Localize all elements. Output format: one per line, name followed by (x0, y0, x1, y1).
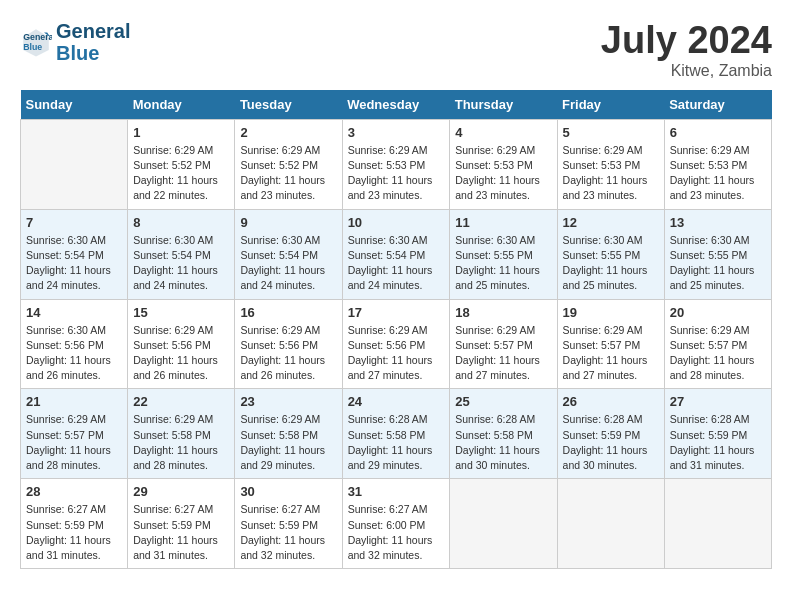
day-info: Sunrise: 6:29 AM Sunset: 5:56 PM Dayligh… (348, 323, 445, 384)
day-info: Sunrise: 6:30 AM Sunset: 5:56 PM Dayligh… (26, 323, 122, 384)
day-info: Sunrise: 6:27 AM Sunset: 5:59 PM Dayligh… (133, 502, 229, 563)
day-number: 22 (133, 394, 229, 409)
calendar-cell: 7Sunrise: 6:30 AM Sunset: 5:54 PM Daylig… (21, 209, 128, 299)
logo-icon: General Blue (20, 26, 52, 58)
calendar-cell (450, 479, 557, 569)
day-number: 8 (133, 215, 229, 230)
day-info: Sunrise: 6:29 AM Sunset: 5:58 PM Dayligh… (240, 412, 336, 473)
day-number: 19 (563, 305, 659, 320)
day-number: 7 (26, 215, 122, 230)
day-number: 14 (26, 305, 122, 320)
day-info: Sunrise: 6:30 AM Sunset: 5:54 PM Dayligh… (26, 233, 122, 294)
day-number: 24 (348, 394, 445, 409)
calendar-week-1: 1Sunrise: 6:29 AM Sunset: 5:52 PM Daylig… (21, 119, 772, 209)
day-info: Sunrise: 6:30 AM Sunset: 5:55 PM Dayligh… (563, 233, 659, 294)
calendar-cell: 31Sunrise: 6:27 AM Sunset: 6:00 PM Dayli… (342, 479, 450, 569)
day-number: 3 (348, 125, 445, 140)
logo-line1: General (56, 20, 130, 42)
calendar-cell: 14Sunrise: 6:30 AM Sunset: 5:56 PM Dayli… (21, 299, 128, 389)
day-info: Sunrise: 6:28 AM Sunset: 5:58 PM Dayligh… (348, 412, 445, 473)
day-number: 10 (348, 215, 445, 230)
location: Kitwe, Zambia (601, 62, 772, 80)
day-info: Sunrise: 6:30 AM Sunset: 5:54 PM Dayligh… (133, 233, 229, 294)
logo: General Blue General Blue (20, 20, 130, 64)
calendar-cell: 15Sunrise: 6:29 AM Sunset: 5:56 PM Dayli… (128, 299, 235, 389)
day-number: 6 (670, 125, 766, 140)
calendar-cell: 29Sunrise: 6:27 AM Sunset: 5:59 PM Dayli… (128, 479, 235, 569)
calendar-cell: 1Sunrise: 6:29 AM Sunset: 5:52 PM Daylig… (128, 119, 235, 209)
column-header-sunday: Sunday (21, 90, 128, 120)
day-number: 12 (563, 215, 659, 230)
day-number: 30 (240, 484, 336, 499)
day-number: 31 (348, 484, 445, 499)
day-number: 11 (455, 215, 551, 230)
day-number: 29 (133, 484, 229, 499)
month-title: July 2024 (601, 20, 772, 62)
calendar-cell: 3Sunrise: 6:29 AM Sunset: 5:53 PM Daylig… (342, 119, 450, 209)
calendar-cell: 19Sunrise: 6:29 AM Sunset: 5:57 PM Dayli… (557, 299, 664, 389)
day-number: 17 (348, 305, 445, 320)
calendar-cell: 27Sunrise: 6:28 AM Sunset: 5:59 PM Dayli… (664, 389, 771, 479)
column-header-friday: Friday (557, 90, 664, 120)
day-info: Sunrise: 6:28 AM Sunset: 5:59 PM Dayligh… (563, 412, 659, 473)
day-info: Sunrise: 6:30 AM Sunset: 5:54 PM Dayligh… (348, 233, 445, 294)
day-number: 25 (455, 394, 551, 409)
day-info: Sunrise: 6:29 AM Sunset: 5:52 PM Dayligh… (240, 143, 336, 204)
day-info: Sunrise: 6:29 AM Sunset: 5:53 PM Dayligh… (455, 143, 551, 204)
calendar-cell: 23Sunrise: 6:29 AM Sunset: 5:58 PM Dayli… (235, 389, 342, 479)
day-number: 5 (563, 125, 659, 140)
day-info: Sunrise: 6:27 AM Sunset: 5:59 PM Dayligh… (26, 502, 122, 563)
day-number: 18 (455, 305, 551, 320)
day-info: Sunrise: 6:29 AM Sunset: 5:57 PM Dayligh… (670, 323, 766, 384)
day-number: 4 (455, 125, 551, 140)
day-number: 2 (240, 125, 336, 140)
calendar-cell: 17Sunrise: 6:29 AM Sunset: 5:56 PM Dayli… (342, 299, 450, 389)
day-number: 20 (670, 305, 766, 320)
calendar-cell: 11Sunrise: 6:30 AM Sunset: 5:55 PM Dayli… (450, 209, 557, 299)
day-number: 9 (240, 215, 336, 230)
calendar-cell: 2Sunrise: 6:29 AM Sunset: 5:52 PM Daylig… (235, 119, 342, 209)
calendar-cell: 6Sunrise: 6:29 AM Sunset: 5:53 PM Daylig… (664, 119, 771, 209)
day-number: 27 (670, 394, 766, 409)
calendar-cell: 25Sunrise: 6:28 AM Sunset: 5:58 PM Dayli… (450, 389, 557, 479)
day-info: Sunrise: 6:29 AM Sunset: 5:56 PM Dayligh… (133, 323, 229, 384)
day-info: Sunrise: 6:29 AM Sunset: 5:57 PM Dayligh… (563, 323, 659, 384)
calendar-table: SundayMondayTuesdayWednesdayThursdayFrid… (20, 90, 772, 569)
day-number: 21 (26, 394, 122, 409)
day-info: Sunrise: 6:27 AM Sunset: 6:00 PM Dayligh… (348, 502, 445, 563)
day-info: Sunrise: 6:30 AM Sunset: 5:55 PM Dayligh… (455, 233, 551, 294)
day-number: 15 (133, 305, 229, 320)
page-header: General Blue General Blue July 2024 Kitw… (20, 20, 772, 80)
day-info: Sunrise: 6:29 AM Sunset: 5:57 PM Dayligh… (455, 323, 551, 384)
calendar-header-row: SundayMondayTuesdayWednesdayThursdayFrid… (21, 90, 772, 120)
day-info: Sunrise: 6:29 AM Sunset: 5:56 PM Dayligh… (240, 323, 336, 384)
calendar-cell: 4Sunrise: 6:29 AM Sunset: 5:53 PM Daylig… (450, 119, 557, 209)
calendar-cell (664, 479, 771, 569)
calendar-body: 1Sunrise: 6:29 AM Sunset: 5:52 PM Daylig… (21, 119, 772, 568)
calendar-cell (557, 479, 664, 569)
calendar-cell: 12Sunrise: 6:30 AM Sunset: 5:55 PM Dayli… (557, 209, 664, 299)
day-number: 13 (670, 215, 766, 230)
day-number: 23 (240, 394, 336, 409)
calendar-cell: 9Sunrise: 6:30 AM Sunset: 5:54 PM Daylig… (235, 209, 342, 299)
calendar-cell: 16Sunrise: 6:29 AM Sunset: 5:56 PM Dayli… (235, 299, 342, 389)
calendar-cell: 28Sunrise: 6:27 AM Sunset: 5:59 PM Dayli… (21, 479, 128, 569)
day-info: Sunrise: 6:30 AM Sunset: 5:55 PM Dayligh… (670, 233, 766, 294)
day-number: 16 (240, 305, 336, 320)
day-info: Sunrise: 6:28 AM Sunset: 5:58 PM Dayligh… (455, 412, 551, 473)
calendar-cell (21, 119, 128, 209)
day-info: Sunrise: 6:30 AM Sunset: 5:54 PM Dayligh… (240, 233, 336, 294)
calendar-week-4: 21Sunrise: 6:29 AM Sunset: 5:57 PM Dayli… (21, 389, 772, 479)
calendar-cell: 13Sunrise: 6:30 AM Sunset: 5:55 PM Dayli… (664, 209, 771, 299)
day-info: Sunrise: 6:29 AM Sunset: 5:58 PM Dayligh… (133, 412, 229, 473)
calendar-week-3: 14Sunrise: 6:30 AM Sunset: 5:56 PM Dayli… (21, 299, 772, 389)
day-info: Sunrise: 6:29 AM Sunset: 5:52 PM Dayligh… (133, 143, 229, 204)
calendar-cell: 22Sunrise: 6:29 AM Sunset: 5:58 PM Dayli… (128, 389, 235, 479)
calendar-cell: 10Sunrise: 6:30 AM Sunset: 5:54 PM Dayli… (342, 209, 450, 299)
title-block: July 2024 Kitwe, Zambia (601, 20, 772, 80)
column-header-thursday: Thursday (450, 90, 557, 120)
day-number: 1 (133, 125, 229, 140)
calendar-cell: 26Sunrise: 6:28 AM Sunset: 5:59 PM Dayli… (557, 389, 664, 479)
calendar-cell: 18Sunrise: 6:29 AM Sunset: 5:57 PM Dayli… (450, 299, 557, 389)
column-header-tuesday: Tuesday (235, 90, 342, 120)
